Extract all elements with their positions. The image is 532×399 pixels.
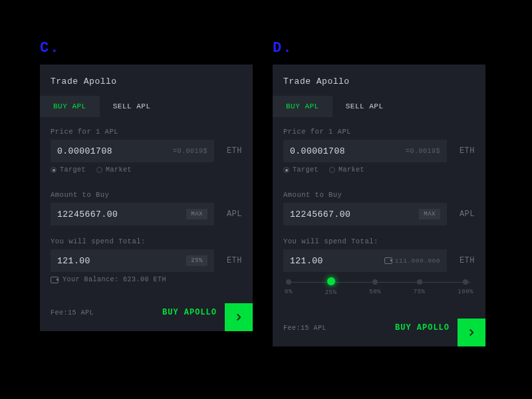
slider-stop-100[interactable]: 100% bbox=[458, 279, 473, 295]
tab-sell[interactable]: SELL APL bbox=[332, 96, 397, 117]
amount-input[interactable]: 12245667.00 MAX bbox=[51, 203, 214, 225]
price-input[interactable]: 0.00001708 =0.0019$ bbox=[283, 140, 447, 162]
tab-buy[interactable]: BUY APL bbox=[40, 96, 100, 117]
buy-action-label: BUY APOLLO bbox=[162, 308, 217, 317]
buy-action-label: BUY APOLLO bbox=[395, 323, 450, 332]
price-value: 0.00001708 bbox=[57, 146, 173, 156]
tab-buy[interactable]: BUY APL bbox=[273, 96, 332, 117]
buy-button[interactable] bbox=[458, 319, 485, 346]
tabs: BUY APL SELL APL bbox=[40, 96, 253, 117]
slider-stop-75[interactable]: 75% bbox=[414, 279, 426, 295]
total-input[interactable]: 121.00 25% bbox=[51, 249, 214, 272]
tab-sell[interactable]: SELL APL bbox=[100, 96, 164, 117]
slider-stop-50[interactable]: 50% bbox=[369, 279, 381, 295]
balance-text: Your Balance: 623.00 ETH bbox=[63, 276, 166, 283]
radio-dot-icon bbox=[283, 167, 289, 173]
price-label: Price for 1 APL bbox=[283, 128, 475, 136]
trade-card-c: Trade Apollo BUY APL SELL APL Price for … bbox=[40, 65, 253, 331]
percent-slider[interactable]: 0% 25% 50% 75% 100% bbox=[283, 279, 475, 296]
balance-row: Your Balance: 623.00 ETH bbox=[51, 276, 242, 283]
radio-market[interactable]: Market bbox=[329, 166, 364, 174]
total-label: You will spend Total: bbox=[51, 237, 242, 245]
variant-label-c: C. bbox=[40, 40, 253, 57]
amount-unit: APL bbox=[214, 209, 242, 219]
tabs: BUY APL SELL APL bbox=[273, 96, 485, 117]
price-value: 0.00001708 bbox=[290, 146, 406, 156]
trade-card-d: Trade Apollo BUY APL SELL APL Price for … bbox=[273, 65, 485, 346]
radio-dot-icon bbox=[51, 167, 57, 173]
total-value: 121.00 bbox=[57, 256, 182, 266]
pct-badge[interactable]: 25% bbox=[186, 255, 207, 266]
variant-label-d: D. bbox=[273, 40, 485, 57]
price-label: Price for 1 APL bbox=[51, 128, 242, 136]
price-usd: =0.0019$ bbox=[173, 148, 207, 155]
amount-value: 12245667.00 bbox=[57, 209, 182, 219]
radio-dot-icon bbox=[329, 167, 335, 173]
fee-text: Fee:15 APL bbox=[51, 309, 162, 317]
total-label: You will spend Total: bbox=[283, 237, 475, 245]
price-unit: ETH bbox=[214, 146, 242, 156]
price-usd: =0.0019$ bbox=[406, 148, 440, 155]
max-button[interactable]: MAX bbox=[419, 209, 440, 219]
chevron-right-icon bbox=[233, 311, 245, 323]
price-unit: ETH bbox=[447, 146, 475, 156]
radio-market[interactable]: Market bbox=[96, 166, 132, 174]
total-value: 121.00 bbox=[290, 256, 384, 266]
inline-balance: 111.000.000 bbox=[384, 257, 440, 265]
radio-target[interactable]: Target bbox=[283, 166, 319, 174]
fee-text: Fee:15 APL bbox=[283, 325, 395, 332]
wallet-icon bbox=[51, 277, 59, 283]
radio-dot-icon bbox=[96, 167, 102, 173]
chevron-right-icon bbox=[466, 327, 477, 338]
card-title: Trade Apollo bbox=[51, 76, 242, 86]
card-title: Trade Apollo bbox=[283, 76, 475, 86]
buy-button[interactable] bbox=[225, 303, 253, 331]
slider-stop-0[interactable]: 0% bbox=[285, 279, 293, 295]
slider-stop-25[interactable]: 25% bbox=[325, 279, 337, 296]
max-button[interactable]: MAX bbox=[186, 209, 207, 219]
wallet-icon bbox=[384, 257, 392, 264]
total-input[interactable]: 121.00 111.000.000 bbox=[283, 249, 447, 272]
total-unit: ETH bbox=[447, 256, 475, 265]
amount-unit: APL bbox=[447, 209, 475, 219]
amount-label: Amount to Buy bbox=[51, 191, 242, 199]
total-unit: ETH bbox=[214, 256, 242, 265]
amount-input[interactable]: 12245667.00 MAX bbox=[283, 203, 447, 225]
price-input[interactable]: 0.00001708 =0.0019$ bbox=[51, 140, 214, 162]
amount-label: Amount to Buy bbox=[283, 191, 475, 199]
radio-target[interactable]: Target bbox=[51, 166, 86, 174]
amount-value: 12245667.00 bbox=[290, 209, 415, 219]
